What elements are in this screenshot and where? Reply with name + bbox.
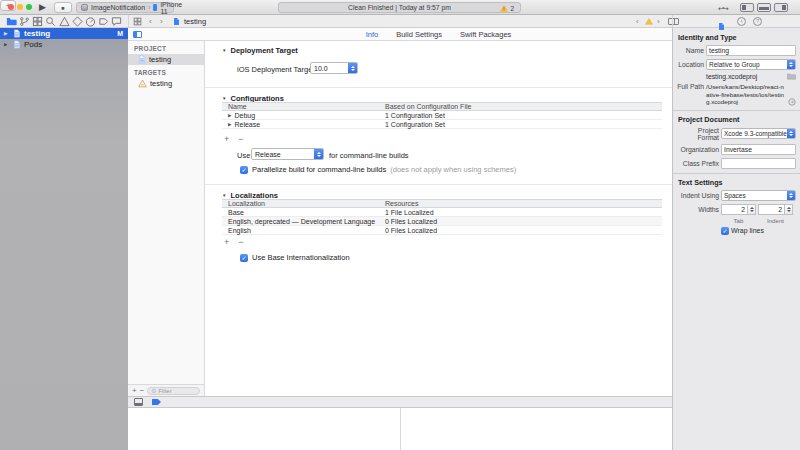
jump-forward-button[interactable]: › xyxy=(657,15,660,27)
filter-input[interactable]: ⊙ Filter xyxy=(147,387,200,395)
project-format-popup[interactable]: Xcode 9.3-compatible xyxy=(721,128,796,139)
wrap-lines-checkbox[interactable]: ✓ xyxy=(721,227,729,235)
localizations-table: Localization Resources Base 1 File Local… xyxy=(222,199,662,235)
parallelize-checkbox[interactable]: ✓ xyxy=(240,166,248,174)
project-navigator-tab[interactable] xyxy=(6,16,17,27)
symbol-grid-icon xyxy=(32,16,43,27)
table-row[interactable]: Base 1 File Localized xyxy=(222,208,662,217)
widths-label: Widths xyxy=(677,206,719,213)
tab-width-stepper[interactable]: 2 xyxy=(721,204,756,215)
folder-open-icon[interactable] xyxy=(787,73,796,80)
indent-width-stepper[interactable]: 2 xyxy=(758,204,793,215)
minimize-window-button[interactable] xyxy=(17,4,23,10)
sidebar-project-testing[interactable]: testing xyxy=(128,54,204,65)
popup-arrows-icon xyxy=(314,149,323,159)
location-row: Location Relative to Group xyxy=(677,59,796,70)
add-button[interactable]: + xyxy=(224,237,229,247)
table-row[interactable]: English, deprecated — Development Langua… xyxy=(222,217,662,226)
navigator-item-pods[interactable]: ▶ Pods xyxy=(0,39,128,50)
table-header-row: Localization Resources xyxy=(222,199,662,208)
history-inspector-tab[interactable] xyxy=(737,17,746,26)
go-forward-button[interactable]: › xyxy=(160,15,163,27)
file-inspector-tab[interactable] xyxy=(718,17,725,35)
navigator-item-testing[interactable]: ▶ testing M xyxy=(0,28,128,39)
deployment-target-section-header[interactable]: ▼ Deployment Target xyxy=(222,46,298,55)
organization-field[interactable]: Invertase xyxy=(721,144,796,155)
table-row[interactable]: ▶Release 1 Configuration Set xyxy=(222,120,662,129)
breakpoint-navigator-tab[interactable] xyxy=(98,16,109,27)
toggle-navigator-button[interactable] xyxy=(740,3,754,12)
remove-button[interactable]: − xyxy=(238,134,243,144)
warning-count: 2 xyxy=(510,5,514,12)
ios-deployment-target-popup[interactable]: 10.0 xyxy=(310,62,358,74)
breakpoints-toggle-button[interactable] xyxy=(152,399,161,405)
class-prefix-field[interactable] xyxy=(721,158,796,169)
toggle-debug-area-button[interactable] xyxy=(757,3,771,12)
project-format-label: Project Format xyxy=(677,127,719,141)
source-control-icon xyxy=(19,16,30,27)
remove-button[interactable]: − xyxy=(238,237,243,247)
tab-swift-packages[interactable]: Swift Packages xyxy=(460,30,511,39)
disclosure-icon[interactable]: ▶ xyxy=(228,113,231,118)
scheme-selector[interactable]: ImageNotification › iPhone 11 xyxy=(76,2,174,13)
command-line-config-popup[interactable]: Release xyxy=(251,148,324,160)
disclosure-icon[interactable]: ▶ xyxy=(228,122,231,127)
clock-icon xyxy=(739,19,744,24)
tab-info[interactable]: Info xyxy=(366,30,379,39)
table-row[interactable]: English 0 Files Localized xyxy=(222,226,662,235)
jump-back-button[interactable]: ‹ xyxy=(636,15,639,27)
warning-badge[interactable]: 2 xyxy=(500,5,514,12)
location-popup[interactable]: Relative to Group xyxy=(706,59,796,70)
debug-navigator-tab[interactable] xyxy=(85,16,96,27)
use-suffix-label: for command-line builds xyxy=(329,151,409,160)
find-navigator-tab[interactable] xyxy=(45,16,56,27)
issue-triangle-icon xyxy=(59,16,70,27)
indent-caption: Indent xyxy=(758,217,793,224)
toggle-inspectors-button[interactable] xyxy=(774,3,788,12)
localization-resources: 0 Files Localized xyxy=(385,218,662,225)
tab-width-value: 2 xyxy=(722,205,747,214)
debug-area-split-handle[interactable] xyxy=(400,408,401,450)
tab-build-settings[interactable]: Build Settings xyxy=(396,30,442,39)
quick-help-inspector-tab[interactable]: ? xyxy=(753,17,762,26)
disclosure-icon[interactable]: ▶ xyxy=(4,31,10,36)
editor-tab-title[interactable]: testing xyxy=(184,15,206,27)
hide-debug-area-button[interactable] xyxy=(134,398,143,406)
go-back-button[interactable]: ‹ xyxy=(149,15,152,27)
symbol-navigator-tab[interactable] xyxy=(32,16,43,27)
remove-button[interactable]: − xyxy=(140,386,145,395)
full-path-label: Full Path xyxy=(677,83,704,90)
add-editor-button[interactable] xyxy=(668,18,679,25)
test-navigator-tab[interactable] xyxy=(72,16,83,27)
stop-button[interactable]: ■ xyxy=(54,2,72,13)
issue-warning-icon[interactable] xyxy=(645,15,653,27)
disclosure-open-icon[interactable]: ▼ xyxy=(222,48,226,53)
base-internationalization-checkbox[interactable]: ✓ xyxy=(240,254,248,262)
configurations-table: Name Based on Configuration File ▶Debug … xyxy=(222,102,662,129)
source-control-navigator-tab[interactable] xyxy=(19,16,30,27)
project-info-pane: ▼ Deployment Target iOS Deployment Targe… xyxy=(205,41,672,384)
zoom-window-button[interactable] xyxy=(26,4,32,10)
add-button[interactable]: + xyxy=(132,386,137,395)
table-row[interactable]: ▶Debug 1 Configuration Set xyxy=(222,111,662,120)
tab-bar-row: ‹ › testing ‹ › ? xyxy=(0,15,800,28)
project-navigator: ▶ testing M ▶ Pods xyxy=(0,28,128,450)
toggle-project-sidebar-button[interactable] xyxy=(133,31,142,38)
disclosure-open-icon[interactable]: ▼ xyxy=(222,193,226,198)
indent-using-popup[interactable]: Spaces xyxy=(721,190,796,201)
add-button[interactable]: + xyxy=(224,134,229,144)
popup-value: Release xyxy=(252,151,314,158)
reveal-arrow-icon[interactable] xyxy=(788,98,796,106)
report-navigator-tab[interactable] xyxy=(111,16,122,27)
disclosure-open-icon[interactable]: ▼ xyxy=(222,96,226,101)
close-window-button[interactable] xyxy=(8,4,14,10)
code-review-button[interactable]: ↩↪ xyxy=(718,3,728,15)
tab-overview-button[interactable] xyxy=(133,15,142,27)
name-field[interactable]: testing xyxy=(706,45,796,56)
sidebar-target-testing[interactable]: testing xyxy=(128,78,204,89)
config-value: 1 Configuration Set xyxy=(385,121,662,128)
stop-icon: ■ xyxy=(61,5,64,11)
disclosure-icon[interactable]: ▶ xyxy=(4,42,10,47)
run-button[interactable]: ▶ xyxy=(39,0,46,14)
issue-navigator-tab[interactable] xyxy=(59,16,70,27)
